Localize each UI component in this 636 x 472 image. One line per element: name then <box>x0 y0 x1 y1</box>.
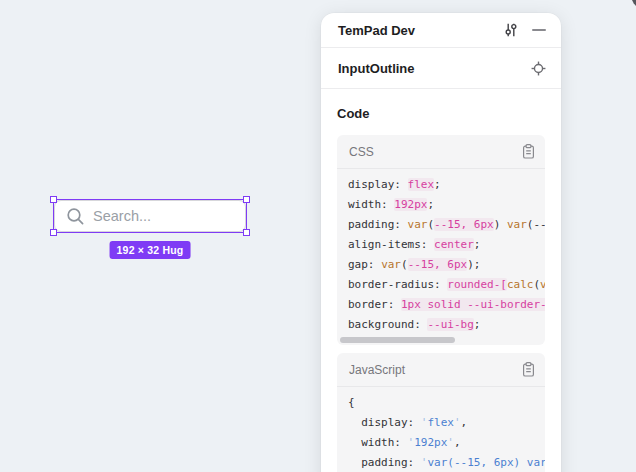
code-section-label: Code <box>337 106 545 121</box>
component-name: InputOutline <box>338 61 531 76</box>
code-line: background: --ui-bg; <box>348 315 534 335</box>
component-row[interactable]: InputOutline <box>321 48 561 89</box>
sliders-icon[interactable] <box>503 22 519 38</box>
css-card-title: CSS <box>349 145 522 159</box>
code-line: padding: var(--15, 6px) var(-- <box>348 215 534 235</box>
minus-icon <box>532 29 546 31</box>
javascript-code-area: { display: 'flex', width: '192px', paddi… <box>337 387 545 472</box>
code-line: align-items: center; <box>348 235 534 255</box>
size-badge: 192 × 32 Hug <box>110 241 191 259</box>
code-line: gap: var(--15, 6px); <box>348 255 534 275</box>
clipboard-icon[interactable] <box>522 362 535 377</box>
javascript-code-card: JavaScript { display: 'flex', width: '19… <box>337 353 545 472</box>
code-line: border: 1px solid --ui-border- <box>348 295 534 315</box>
code-line: { <box>348 393 534 413</box>
code-line: display: flex; <box>348 175 534 195</box>
horizontal-scrollbar-thumb[interactable] <box>340 337 455 343</box>
code-line: padding: 'var(--15, 6px) var <box>348 453 534 472</box>
code-section: Code CSS display: flex;width: 192px;padd… <box>321 89 561 472</box>
clipboard-icon[interactable] <box>522 144 535 159</box>
code-line: width: '192px', <box>348 433 534 453</box>
tempad-dev-panel: TemPad Dev InputOutline <box>321 13 561 472</box>
search-placeholder: Search... <box>93 208 151 224</box>
selection-handle-bottom-left[interactable] <box>50 229 57 236</box>
panel-header: TemPad Dev <box>321 13 561 48</box>
javascript-card-title: JavaScript <box>349 363 522 377</box>
crosshair-icon[interactable] <box>531 61 546 76</box>
code-line: border-radius: rounded-[calc(v <box>348 275 534 295</box>
panel-title: TemPad Dev <box>338 23 503 38</box>
magnifier-icon <box>66 207 85 226</box>
selection-handle-top-left[interactable] <box>50 196 57 203</box>
code-line: width: 192px; <box>348 195 534 215</box>
code-line: display: 'flex', <box>348 413 534 433</box>
search-input[interactable]: Search... <box>54 200 246 232</box>
css-code-card: CSS display: flex;width: 192px;padding: … <box>337 135 545 345</box>
minimize-button[interactable] <box>532 29 546 31</box>
selection-handle-top-right[interactable] <box>243 196 250 203</box>
css-code-area: display: flex;width: 192px;padding: var(… <box>337 169 545 337</box>
selection-handle-bottom-right[interactable] <box>243 229 250 236</box>
